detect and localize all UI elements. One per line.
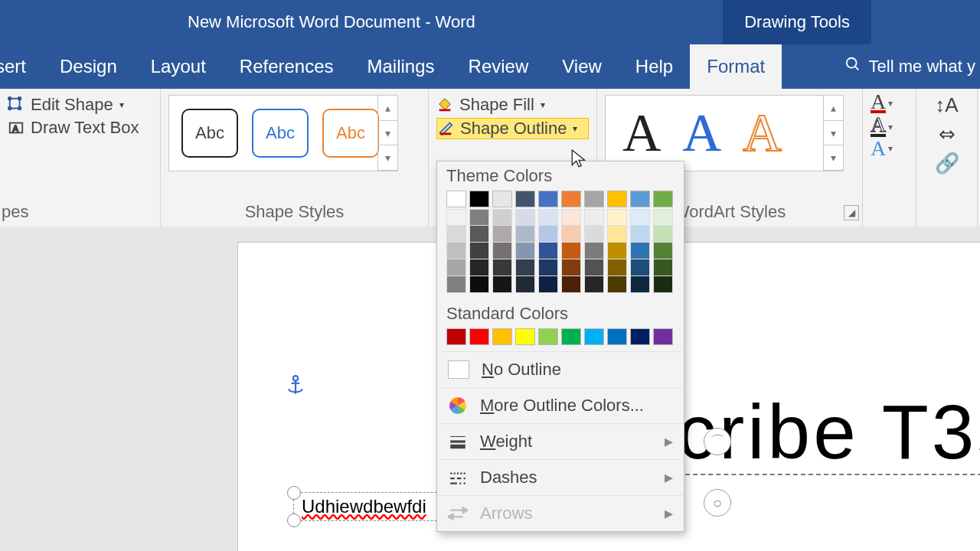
wordart-style-2[interactable]: A (683, 106, 722, 160)
color-swatch[interactable] (515, 243, 535, 259)
color-swatch[interactable] (446, 328, 466, 345)
shape-style-3[interactable]: Abc (322, 109, 379, 158)
shape-style-2[interactable]: Abc (252, 109, 309, 158)
color-swatch[interactable] (630, 191, 650, 207)
text-effects-button[interactable]: A▾ (871, 140, 908, 157)
color-swatch[interactable] (607, 328, 627, 345)
color-swatch[interactable] (446, 276, 466, 293)
color-swatch[interactable] (584, 226, 604, 243)
resize-handle[interactable] (287, 486, 301, 500)
color-swatch[interactable] (515, 191, 535, 207)
color-swatch[interactable] (561, 191, 581, 207)
color-swatch[interactable] (561, 259, 581, 276)
create-link-icon[interactable]: 🔗 (924, 148, 969, 178)
color-swatch[interactable] (653, 259, 673, 276)
shape-style-1[interactable]: Abc (181, 109, 238, 158)
color-swatch[interactable] (607, 259, 627, 276)
color-swatch[interactable] (630, 328, 650, 345)
more-outline-colors-item[interactable]: More Outline Colors... (437, 387, 684, 423)
gallery-down-icon[interactable]: ▾ (823, 121, 843, 146)
color-swatch[interactable] (469, 243, 489, 259)
color-swatch[interactable] (469, 226, 489, 243)
color-swatch[interactable] (446, 209, 466, 226)
dashes-item[interactable]: Dashes ▸ (437, 459, 684, 495)
color-swatch[interactable] (446, 191, 466, 207)
color-swatch[interactable] (538, 209, 558, 226)
color-swatch[interactable] (469, 209, 489, 226)
color-swatch[interactable] (630, 226, 650, 243)
wordart-gallery[interactable]: A A A ▴ ▾ ▾ (605, 95, 844, 171)
gallery-more-icon[interactable]: ▾ (377, 145, 397, 171)
color-swatch[interactable] (492, 226, 512, 243)
color-swatch[interactable] (538, 328, 558, 345)
shape-fill-button[interactable]: Shape Fill ▾ (436, 95, 589, 115)
tab-mailings[interactable]: Mailings (351, 44, 452, 89)
resize-handle[interactable] (287, 514, 301, 527)
color-swatch[interactable] (561, 243, 581, 259)
color-swatch[interactable] (607, 243, 627, 259)
text-direction-icon[interactable]: ↕A (924, 90, 969, 119)
color-swatch[interactable] (469, 191, 489, 207)
color-swatch[interactable] (630, 243, 650, 259)
color-swatch[interactable] (584, 276, 604, 293)
tab-view[interactable]: View (545, 44, 619, 89)
color-swatch[interactable] (607, 209, 627, 226)
gallery-up-icon[interactable]: ▴ (823, 96, 843, 121)
text-fill-button[interactable]: A▾ (871, 93, 908, 113)
color-swatch[interactable] (515, 259, 535, 276)
color-swatch[interactable] (630, 209, 650, 226)
color-swatch[interactable] (469, 276, 489, 293)
shape-outline-button[interactable]: Shape Outline ▾ (436, 118, 589, 139)
text-outline-button[interactable]: A▾ (871, 116, 908, 136)
color-swatch[interactable] (607, 276, 627, 293)
color-swatch[interactable] (492, 259, 512, 276)
color-swatch[interactable] (607, 191, 627, 207)
color-swatch[interactable] (653, 226, 673, 243)
no-outline-item[interactable]: No Outline (437, 351, 684, 387)
color-swatch[interactable] (653, 276, 673, 293)
color-swatch[interactable] (446, 243, 466, 259)
color-swatch[interactable] (584, 328, 604, 345)
color-swatch[interactable] (492, 276, 512, 293)
color-swatch[interactable] (561, 276, 581, 293)
color-swatch[interactable] (538, 226, 558, 243)
color-swatch[interactable] (561, 209, 581, 226)
color-swatch[interactable] (584, 259, 604, 276)
layout-options-icon[interactable]: ⌒ (704, 428, 731, 455)
weight-item[interactable]: Weight ▸ (437, 423, 684, 459)
tab-help[interactable]: Help (619, 44, 690, 89)
edit-shape-button[interactable]: Edit Shape ▾ (8, 95, 152, 115)
selection-handle[interactable]: ○ (704, 489, 731, 517)
color-swatch[interactable] (538, 276, 558, 293)
color-swatch[interactable] (538, 259, 558, 276)
color-swatch[interactable] (607, 226, 627, 243)
color-swatch[interactable] (653, 243, 673, 259)
color-swatch[interactable] (469, 259, 489, 276)
color-swatch[interactable] (584, 243, 604, 259)
align-text-icon[interactable]: ⇔ (924, 119, 969, 148)
tab-insert[interactable]: sert (0, 44, 43, 89)
color-swatch[interactable] (492, 328, 512, 345)
wordart-launcher-icon[interactable]: ◢ (844, 205, 859, 220)
tab-design[interactable]: Design (43, 44, 134, 89)
color-swatch[interactable] (492, 191, 512, 207)
wordart-style-1[interactable]: A (622, 106, 662, 160)
tab-references[interactable]: References (223, 44, 351, 89)
color-swatch[interactable] (515, 209, 535, 226)
tab-format[interactable]: Format (690, 44, 782, 89)
color-swatch[interactable] (515, 226, 535, 243)
color-swatch[interactable] (653, 209, 673, 226)
color-swatch[interactable] (492, 243, 512, 259)
color-swatch[interactable] (584, 191, 604, 207)
color-swatch[interactable] (538, 243, 558, 259)
draw-text-box-button[interactable]: A Draw Text Box (8, 118, 152, 138)
tell-me-search[interactable]: Tell me what y (831, 44, 980, 89)
color-swatch[interactable] (538, 191, 558, 207)
gallery-up-icon[interactable]: ▴ (377, 96, 397, 121)
color-swatch[interactable] (515, 276, 535, 293)
tab-layout[interactable]: Layout (134, 44, 223, 89)
color-swatch[interactable] (561, 226, 581, 243)
shape-style-gallery[interactable]: Abc Abc Abc ▴ ▾ ▾ (168, 95, 398, 171)
color-swatch[interactable] (561, 328, 581, 345)
color-swatch[interactable] (584, 209, 604, 226)
